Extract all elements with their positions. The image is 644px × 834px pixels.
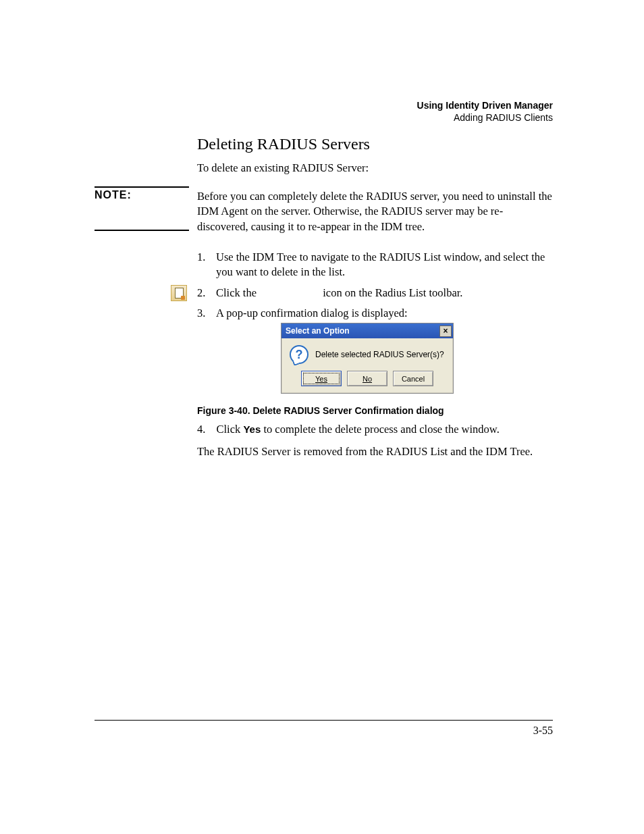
header-section: Adding RADIUS Clients (417, 112, 553, 124)
yes-button[interactable]: Yes (301, 371, 342, 386)
section-heading: Deleting RADIUS Servers (197, 135, 370, 153)
step-1-text: Use the IDM Tree to navigate to the RADI… (216, 251, 545, 278)
dialog-titlebar: Select an Option × (281, 323, 453, 338)
step-3: 3. A pop-up confirmation dialog is displ… (197, 306, 553, 321)
confirmation-dialog: Select an Option × ? Delete selected RAD… (281, 323, 454, 394)
step-3-number: 3. (197, 306, 205, 321)
step-2: 2. Click the icon on the Radius List too… (197, 286, 553, 301)
close-icon[interactable]: × (439, 325, 452, 337)
note-rule-bottom (95, 230, 189, 231)
step-4-number: 4. (197, 423, 205, 436)
footer-rule (95, 720, 553, 721)
step-4-bold: Yes (243, 423, 261, 435)
step-1: 1. Use the IDM Tree to navigate to the R… (197, 250, 553, 280)
dialog-button-row: Yes No Cancel (281, 368, 453, 393)
dialog-title: Select an Option (286, 326, 350, 336)
running-header: Using Identity Driven Manager Adding RAD… (417, 100, 553, 124)
step-4: 4. Click Yes to complete the delete proc… (197, 423, 553, 436)
intro-text: To delete an existing RADIUS Server: (197, 161, 369, 175)
ordered-steps: 1. Use the IDM Tree to navigate to the R… (197, 250, 553, 326)
cancel-button[interactable]: Cancel (393, 371, 433, 386)
closing-text: The RADIUS Server is removed from the RA… (197, 445, 553, 459)
note-text: Before you can completely delete the RAD… (197, 189, 553, 234)
step-2-text-b: icon on the Radius List toolbar. (323, 286, 462, 299)
note-rule-top (95, 186, 189, 188)
note-block: NOTE: Before you can completely delete t… (95, 189, 553, 234)
dialog-message: Delete selected RADIUS Server(s)? (315, 350, 444, 359)
delete-toolbar-icon (171, 285, 187, 301)
figure-caption: Figure 3-40. Delete RADIUS Server Confir… (197, 405, 444, 416)
step-2-text-a: Click the (216, 286, 259, 299)
step-3-text: A pop-up confirmation dialog is displaye… (216, 307, 408, 319)
page: Using Identity Driven Manager Adding RAD… (0, 0, 644, 834)
header-chapter: Using Identity Driven Manager (417, 100, 553, 112)
note-label: NOTE: (95, 189, 197, 201)
step-1-number: 1. (197, 250, 205, 265)
no-button[interactable]: No (347, 371, 387, 386)
step-4-text-a: Click (217, 423, 244, 436)
dialog-body: ? Delete selected RADIUS Server(s)? (281, 338, 453, 368)
step-4-text-b: to complete the delete process and close… (261, 423, 500, 436)
step-2-number: 2. (197, 286, 205, 301)
question-icon: ? (290, 345, 308, 364)
page-number: 3-55 (533, 725, 553, 737)
